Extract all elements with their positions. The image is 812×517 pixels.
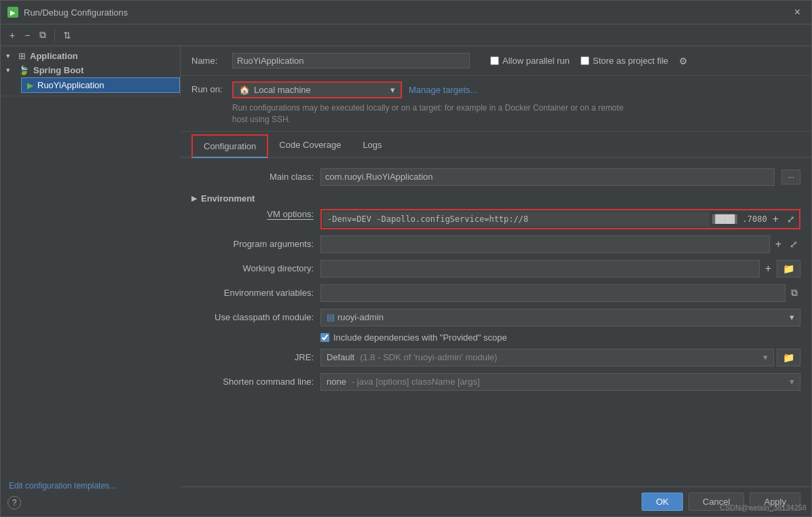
- include-deps-row: Include dependencies with "Provided" sco…: [320, 330, 800, 345]
- store-as-project-input[interactable]: [580, 56, 589, 65]
- local-machine-label: Local machine: [254, 85, 311, 95]
- module-icon: ▤: [327, 312, 335, 322]
- application-label: Application: [30, 51, 78, 61]
- jre-folder-button[interactable]: 📁: [777, 349, 800, 366]
- spring-boot-label: Spring Boot: [33, 65, 84, 75]
- remove-config-button[interactable]: −: [21, 28, 33, 43]
- spring-boot-icon: 🍃: [18, 65, 29, 75]
- working-dir-add-button[interactable]: +: [762, 261, 774, 276]
- name-input[interactable]: [232, 53, 470, 69]
- run-on-row: Run on: 🏠 Local machine ▾ Manage targets…: [181, 76, 811, 132]
- sort-config-button[interactable]: ⇅: [60, 28, 75, 43]
- manage-targets-link[interactable]: Manage targets...: [409, 85, 477, 95]
- main-class-row: Main class: ···: [191, 165, 800, 189]
- checkboxes-row: Allow parallel run Store as project file…: [490, 56, 688, 66]
- ok-button[interactable]: OK: [642, 493, 683, 511]
- store-as-project-label: Store as project file: [593, 56, 668, 66]
- sidebar-group-spring-boot: ▾ 🍃 Spring Boot ▶ RuoYiApplication: [1, 63, 180, 93]
- tab-logs[interactable]: Logs: [352, 134, 392, 158]
- settings-gear-icon[interactable]: ⚙: [679, 56, 688, 66]
- right-panel: Name: Allow parallel run Store as projec…: [181, 46, 811, 516]
- jre-detail: (1.8 - SDK of 'ruoyi-admin' module): [360, 352, 497, 362]
- vm-options-expand-button[interactable]: ⤢: [784, 212, 798, 226]
- tabs-row: Configuration Code Coverage Logs: [181, 134, 811, 158]
- add-config-button[interactable]: +: [6, 28, 18, 43]
- vm-options-suffix: ████ .7080: [712, 214, 767, 224]
- program-args-expand-button[interactable]: ⤢: [787, 237, 800, 251]
- toolbar: + − ⧉ ⇅: [1, 24, 811, 46]
- env-vars-label: Environment variables:: [191, 288, 314, 298]
- shorten-row-inner: none - java [options] className [args] ▾: [320, 373, 800, 391]
- tab-logs-label: Logs: [363, 140, 382, 150]
- main-class-input[interactable]: [320, 168, 775, 186]
- allow-parallel-checkbox[interactable]: Allow parallel run: [490, 56, 570, 66]
- allow-parallel-label: Allow parallel run: [502, 56, 570, 66]
- shorten-detail: - java [options] className [args]: [352, 377, 480, 387]
- title-bar-left: ▶ Run/Debug Configurations: [7, 7, 128, 18]
- jre-dropdown-arrow: ▾: [763, 352, 768, 362]
- allow-parallel-input[interactable]: [490, 56, 499, 65]
- program-args-label: Program arguments:: [191, 239, 314, 249]
- working-dir-label: Working directory:: [191, 263, 314, 273]
- expand-arrow-spring-boot: ▾: [6, 66, 14, 75]
- program-args-add-button[interactable]: +: [773, 237, 784, 252]
- ruoyi-run-icon: ▶: [27, 81, 33, 90]
- run-on-right: 🏠 Local machine ▾ Manage targets... Run …: [232, 81, 640, 126]
- store-as-project-checkbox[interactable]: Store as project file: [580, 56, 668, 66]
- main-content: ▾ ⊞ Application ▾ 🍃 Spring Boot: [1, 46, 811, 516]
- working-dir-input-row: + 📁: [320, 260, 800, 277]
- program-args-input-row: + ⤢: [320, 235, 800, 253]
- module-value: ruoyi-admin: [337, 312, 384, 322]
- shorten-row: Shorten command line: none - java [optio…: [191, 370, 800, 394]
- edit-templates-link[interactable]: Edit configuration templates...: [1, 476, 124, 496]
- working-dir-folder-button[interactable]: 📁: [777, 260, 800, 277]
- ruoyi-label: RuoYiApplication: [37, 80, 105, 90]
- close-button[interactable]: ×: [790, 5, 805, 20]
- vm-options-input[interactable]: [323, 212, 709, 227]
- env-vars-input[interactable]: [320, 284, 786, 302]
- classpath-row: Use classpath of module: ▤ ruoyi-admin ▾: [191, 305, 800, 330]
- run-on-dropdown[interactable]: 🏠 Local machine ▾: [232, 81, 402, 98]
- include-deps-checkbox[interactable]: [320, 333, 329, 342]
- application-icon: ⊞: [18, 51, 26, 61]
- program-args-row: Program arguments: + ⤢: [191, 232, 800, 256]
- classpath-label: Use classpath of module:: [191, 312, 314, 322]
- vm-options-input-wrapper: ████ .7080 + ⤢: [320, 209, 800, 229]
- jre-value: Default: [327, 352, 354, 362]
- working-dir-row: Working directory: + 📁: [191, 256, 800, 281]
- config-content: Main class: ··· ▶ Environment VM options…: [181, 158, 811, 486]
- sidebar-item-application[interactable]: ▾ ⊞ Application: [1, 49, 180, 63]
- main-class-browse-button[interactable]: ···: [781, 170, 800, 185]
- env-vars-row: Environment variables: ⧉: [191, 281, 800, 305]
- vm-options-row: VM options: ████ .7080 + ⤢: [191, 206, 800, 232]
- jre-label: JRE:: [191, 352, 314, 362]
- jre-row-inner: Default (1.8 - SDK of 'ruoyi-admin' modu…: [320, 349, 800, 366]
- sidebar: ▾ ⊞ Application ▾ 🍃 Spring Boot: [1, 46, 181, 96]
- tab-configuration[interactable]: Configuration: [191, 134, 268, 158]
- run-on-top: 🏠 Local machine ▾ Manage targets...: [232, 81, 640, 98]
- sidebar-wrapper: ▾ ⊞ Application ▾ 🍃 Spring Boot: [1, 46, 181, 516]
- shorten-dropdown[interactable]: none - java [options] className [args] ▾: [320, 373, 800, 391]
- title-bar: ▶ Run/Debug Configurations ×: [1, 1, 811, 24]
- copy-config-button[interactable]: ⧉: [36, 27, 50, 43]
- help-button[interactable]: ?: [7, 496, 21, 510]
- sidebar-item-ruoyi[interactable]: ▶ RuoYiApplication: [21, 77, 180, 93]
- jre-dropdown[interactable]: Default (1.8 - SDK of 'ruoyi-admin' modu…: [320, 349, 774, 366]
- environment-expand-icon[interactable]: ▶: [191, 194, 197, 203]
- expand-arrow-application: ▾: [6, 52, 14, 60]
- program-args-input[interactable]: [320, 235, 770, 253]
- environment-label: Environment: [201, 193, 255, 204]
- sidebar-item-spring-boot[interactable]: ▾ 🍃 Spring Boot: [1, 63, 180, 77]
- module-dropdown-arrow: ▾: [790, 312, 794, 322]
- toolbar-separator: [54, 29, 55, 41]
- tab-configuration-label: Configuration: [204, 141, 256, 151]
- env-vars-copy-button[interactable]: ⧉: [788, 286, 800, 300]
- run-on-description: Run configurations may be executed local…: [232, 102, 640, 126]
- name-row: Name: Allow parallel run Store as projec…: [181, 46, 811, 76]
- tab-code-coverage[interactable]: Code Coverage: [268, 134, 352, 158]
- main-class-label: Main class:: [191, 172, 314, 182]
- working-dir-input[interactable]: [320, 260, 760, 277]
- module-dropdown[interactable]: ▤ ruoyi-admin ▾: [320, 309, 800, 326]
- shorten-value: none: [327, 377, 346, 387]
- vm-options-add-button[interactable]: +: [770, 212, 781, 227]
